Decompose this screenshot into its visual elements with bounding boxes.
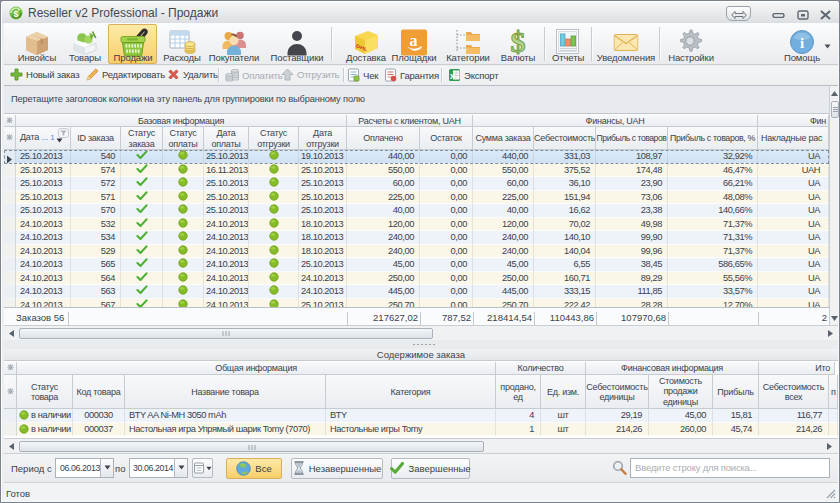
svg-text:a: a <box>410 31 418 48</box>
svg-text:X: X <box>450 72 456 81</box>
svg-text:$: $ <box>13 9 18 19</box>
svg-text:i: i <box>800 35 804 51</box>
